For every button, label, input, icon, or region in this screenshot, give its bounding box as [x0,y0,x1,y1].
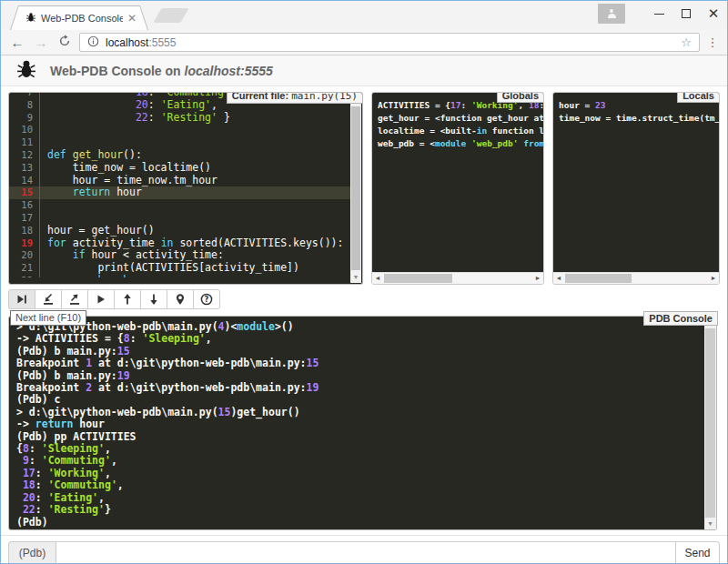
code-line[interactable]: 12def get_hour(): [9,149,351,162]
down-button[interactable] [140,289,167,309]
reload-icon[interactable] [56,35,74,50]
minimize-button[interactable] [645,3,672,25]
console-output-line: > d:\git\python-web-pdb\main.py(4)<modul… [16,321,709,333]
code-line[interactable]: 16 [9,199,351,212]
line-number[interactable]: 7 [9,92,40,99]
globals-panel[interactable]: Globals ACTIVITIES = {17: 'Working', 18:… [371,92,544,285]
maximize-button[interactable] [672,3,700,25]
locals-panel[interactable]: Locals hour = 23time_now = time.struct_t… [552,92,720,285]
scroll-right-icon[interactable]: ► [532,273,543,284]
console-vertical-scrollbar[interactable]: ▲ ▼ [704,317,716,529]
code-line[interactable]: 10 [9,124,351,136]
console-output-line: -> return hour [16,418,709,430]
console-output-line: 22: 'Resting'} [16,504,709,516]
scrollbar-thumb[interactable] [705,328,715,518]
locals-entry: time_now = time.struct_time(tm_yea [559,112,713,125]
bookmark-star-icon[interactable]: ☆ [681,35,692,49]
scroll-left-icon[interactable]: ◄ [553,273,564,284]
console-output-line: Breakpoint 1 at d:\git\python-web-pdb\ma… [16,358,709,369]
code-line[interactable]: 21 print(ACTIVITIES[activity_time]) [9,262,351,275]
code-line[interactable]: 11 [9,136,351,149]
line-number[interactable]: 22 [9,275,40,277]
line-number[interactable]: 10 [9,124,40,136]
line-number[interactable]: 18 [9,225,40,237]
console-output-line: (Pdb) b main.py:15 [16,346,709,358]
line-number[interactable]: 8 [9,99,40,112]
pdb-console-label: PDB Console [643,311,718,326]
console-output-line: 18: 'Commuting', [16,479,709,491]
scroll-down-icon[interactable]: ▼ [350,272,361,283]
code-text: break [40,275,351,277]
favicon-bug-icon [25,10,36,26]
console-output-line: Breakpoint 2 at d:\git\python-web-pdb\ma… [16,382,709,394]
continue-button[interactable] [87,289,115,309]
info-icon[interactable] [87,35,99,51]
where-button[interactable] [167,289,194,309]
back-icon[interactable]: ← [8,35,26,50]
svg-text:?: ? [205,295,209,304]
pdb-command-input[interactable] [56,541,676,564]
globals-horizontal-scrollbar[interactable]: ◄ ► [372,272,543,284]
scroll-right-icon[interactable]: ► [708,273,719,284]
code-text [40,124,351,136]
forward-icon[interactable]: → [32,35,50,50]
line-number[interactable]: 13 [9,162,40,175]
tab-title: Web-PDB Console on loc [41,13,123,24]
profile-icon[interactable] [598,4,625,24]
globals-entry: get_hour = <function get_hour at 0 [378,112,538,125]
step-into-button[interactable] [35,289,62,309]
line-number[interactable]: 12 [9,149,40,162]
next-line-button[interactable] [8,289,35,309]
scroll-left-icon[interactable]: ◄ [372,273,383,284]
line-number[interactable]: 17 [9,212,40,225]
line-number[interactable]: 21 [9,262,40,275]
page-title: Web-PDB Console on localhost:5555 [50,64,273,78]
console-output-line: (Pdb) [16,517,709,529]
line-number[interactable]: 14 [9,175,40,187]
close-button[interactable]: ✕ [700,3,727,25]
console-output-line: (Pdb) c [16,394,709,406]
browser-menu-icon[interactable]: ⋮ [705,35,720,49]
code-text: def get_hour(): [40,149,351,162]
current-file-label: Current file: main.py(15) [227,92,363,104]
help-button[interactable]: ? [193,289,220,309]
code-line-current[interactable]: 15 return hour [9,186,351,199]
code-line[interactable]: 18hour = get_hour() [9,225,351,237]
command-input-bar: (Pdb) Send [1,535,727,564]
browser-navbar: ← → localhost:5555 ☆ ⋮ [1,30,727,55]
code-line[interactable]: 13 time_now = localtime() [9,162,351,175]
console-output-line: (Pdb) b main.py:19 [16,370,709,382]
step-out-button[interactable] [61,289,88,309]
source-code-panel[interactable]: Current file: main.py(15) 7 18: 'Commuti… [8,92,363,285]
up-button[interactable] [114,289,141,309]
code-line[interactable]: 9 22: 'Resting' } [9,112,351,125]
line-number[interactable]: 11 [9,136,40,149]
code-vertical-scrollbar[interactable]: ▲ ▼ [350,94,361,283]
pdb-console-panel[interactable]: PDB Console > d:\git\python-web-pdb\main… [8,316,717,530]
code-line[interactable]: 17 [9,212,351,225]
new-tab-button[interactable] [153,8,188,23]
code-line[interactable]: 22 break [9,275,351,277]
line-number[interactable]: 20 [9,249,40,262]
address-bar[interactable]: localhost:5555 ☆ [79,33,700,52]
code-line[interactable]: 20 if hour < activity_time: [9,249,351,262]
tab-close-icon[interactable]: ✕ [127,14,136,23]
locals-horizontal-scrollbar[interactable]: ◄ ► [553,272,719,284]
send-button[interactable]: Send [676,541,720,564]
scroll-down-icon[interactable]: ▼ [704,519,716,529]
browser-tab[interactable]: Web-PDB Console on loc ✕ [10,5,148,30]
code-text: hour = time_now.tm_hour [40,175,351,187]
globals-entry: web_pdb = <module 'web_pdb' from ' [378,137,538,150]
line-number-breakpoint[interactable]: 19 [9,237,40,250]
code-text: 22: 'Resting' } [40,112,351,125]
scrollbar-thumb[interactable] [565,274,632,283]
pdb-prompt-addon: (Pdb) [8,541,56,564]
scrollbar-thumb[interactable] [384,274,452,283]
console-output-line: (Pdb) pp ACTIVITIES [16,431,709,443]
scrollbar-thumb[interactable] [351,106,360,270]
code-line[interactable]: 14 hour = time_now.tm_hour [9,175,351,187]
line-number[interactable]: 16 [9,199,40,212]
code-line[interactable]: 19for activity_time in sorted(ACTIVITIES… [9,237,351,250]
line-number[interactable]: 9 [9,112,40,125]
line-number-breakpoint[interactable]: 15 [9,186,40,199]
